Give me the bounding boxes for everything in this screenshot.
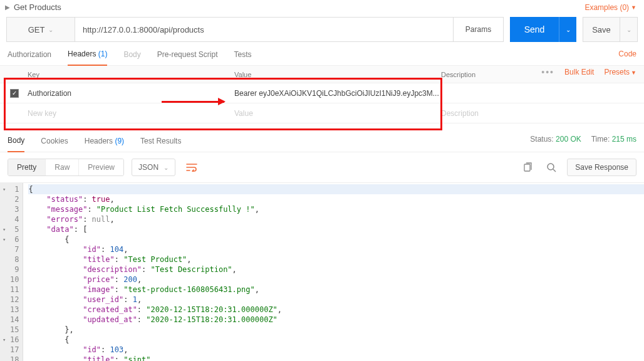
col-key: Key — [28, 71, 234, 78]
send-dropdown[interactable]: ⌄ — [559, 17, 576, 42]
response-tab-test-results[interactable]: Test Results — [140, 137, 181, 152]
chevron-down-icon: ⌄ — [164, 164, 169, 171]
col-value: Value — [234, 71, 441, 78]
view-preview[interactable]: Preview — [79, 159, 123, 175]
new-value-input[interactable]: Value — [234, 109, 441, 118]
chevron-down-icon: ⌄ — [48, 26, 53, 33]
request-title-label: Get Products — [14, 3, 61, 12]
status-label: Status: 200 OK — [530, 135, 581, 144]
save-button[interactable]: Save — [583, 17, 620, 42]
bulk-edit-link[interactable]: Bulk Edit — [564, 68, 594, 76]
header-row[interactable]: ✓ Authorization Bearer eyJ0eXAiOiJKV1QiL… — [0, 83, 644, 103]
tab-body[interactable]: Body — [123, 50, 140, 65]
new-description-input[interactable]: Description — [441, 109, 479, 118]
copy-icon[interactable] — [519, 159, 536, 175]
send-button[interactable]: Send — [510, 17, 559, 42]
examples-dropdown[interactable]: Examples (0) ▼ — [584, 3, 636, 12]
view-raw[interactable]: Raw — [46, 159, 79, 175]
new-key-input[interactable]: New key — [28, 109, 234, 118]
url-input[interactable] — [75, 17, 454, 42]
headers-table: Key Value Description ••• Bulk Edit Pres… — [0, 66, 644, 123]
wrap-lines-icon[interactable] — [183, 159, 200, 176]
save-response-button[interactable]: Save Response — [567, 159, 636, 176]
chevron-down-icon: ⌄ — [626, 26, 631, 33]
response-tab-cookies[interactable]: Cookies — [41, 137, 68, 152]
response-tab-headers[interactable]: Headers (9) — [85, 137, 124, 152]
header-key[interactable]: Authorization — [28, 89, 234, 98]
header-value[interactable]: Bearer eyJ0eXAiOiJKV1QiLCJhbGciOiJIUzI1N… — [234, 89, 441, 98]
search-icon[interactable] — [543, 159, 559, 175]
view-mode-segment: Pretty Raw Preview — [8, 159, 124, 176]
checkbox-checked[interactable]: ✓ — [10, 89, 19, 98]
save-dropdown[interactable]: ⌄ — [620, 17, 638, 42]
svg-rect-0 — [524, 164, 530, 171]
response-body-viewer[interactable]: 12345678910111213141516171819 { "status"… — [0, 183, 644, 361]
chevron-down-icon: ⌄ — [566, 26, 571, 33]
method-select[interactable]: GET ⌄ — [6, 17, 75, 42]
tab-pre-request-script[interactable]: Pre-request Script — [157, 50, 218, 65]
more-icon[interactable]: ••• — [541, 67, 554, 77]
format-select[interactable]: JSON ⌄ — [132, 159, 175, 176]
code-link[interactable]: Code — [618, 50, 636, 58]
response-tab-body[interactable]: Body — [8, 136, 24, 152]
caret-down-icon: ▼ — [631, 4, 636, 11]
tab-authorization[interactable]: Authorization — [8, 50, 51, 65]
tab-tests[interactable]: Tests — [234, 50, 251, 65]
params-button[interactable]: Params — [454, 17, 504, 42]
header-row-new[interactable]: New key Value Description — [0, 103, 644, 123]
caret-down-icon: ▼ — [631, 70, 636, 76]
request-title[interactable]: ▶ Get Products — [5, 3, 61, 12]
presets-dropdown[interactable]: Presets▼ — [604, 68, 636, 76]
time-label: Time: 215 ms — [591, 135, 636, 144]
collapse-caret-icon: ▶ — [5, 4, 10, 11]
tab-headers[interactable]: Headers (1) — [68, 50, 107, 66]
svg-point-1 — [548, 164, 554, 170]
view-pretty[interactable]: Pretty — [8, 159, 46, 175]
